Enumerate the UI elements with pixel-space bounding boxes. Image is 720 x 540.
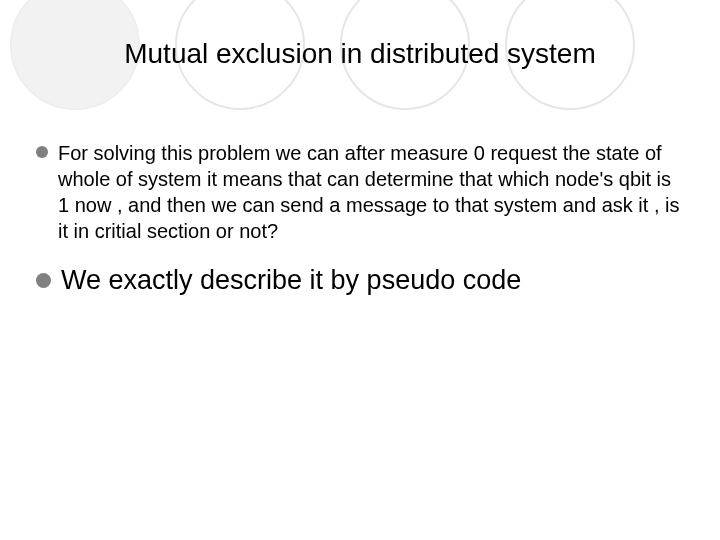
slide: Mutual exclusion in distributed system F…	[0, 0, 720, 540]
bullet-text: We exactly describe it by pseudo code	[61, 264, 521, 298]
bullet-item: We exactly describe it by pseudo code	[36, 264, 680, 298]
bullet-text: For solving this problem we can after me…	[58, 140, 680, 244]
background-decorations	[0, 0, 720, 140]
bullet-icon	[36, 146, 48, 158]
slide-title: Mutual exclusion in distributed system	[0, 38, 720, 70]
slide-content: For solving this problem we can after me…	[36, 140, 680, 318]
bullet-icon	[36, 273, 51, 288]
bullet-item: For solving this problem we can after me…	[36, 140, 680, 244]
